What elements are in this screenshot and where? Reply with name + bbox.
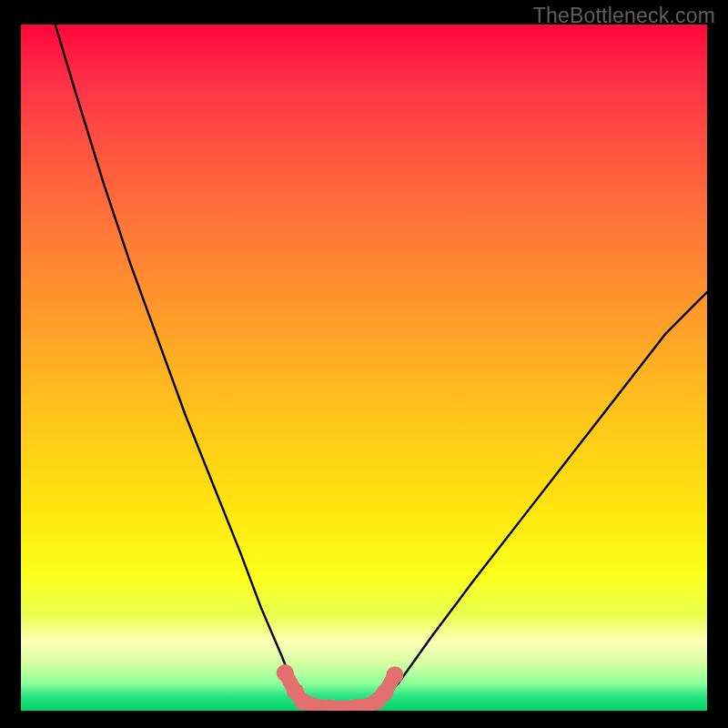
valley-highlight bbox=[277, 664, 404, 711]
svg-point-0 bbox=[277, 664, 294, 682]
svg-point-2 bbox=[294, 693, 311, 710]
main-curve bbox=[56, 25, 707, 709]
curve-layer bbox=[21, 25, 707, 711]
svg-point-6 bbox=[376, 684, 393, 702]
watermark-text: TheBottleneck.com bbox=[533, 4, 715, 28]
chart-frame: TheBottleneck.com bbox=[0, 0, 728, 728]
plot-area bbox=[21, 25, 707, 711]
svg-point-7 bbox=[386, 666, 403, 683]
